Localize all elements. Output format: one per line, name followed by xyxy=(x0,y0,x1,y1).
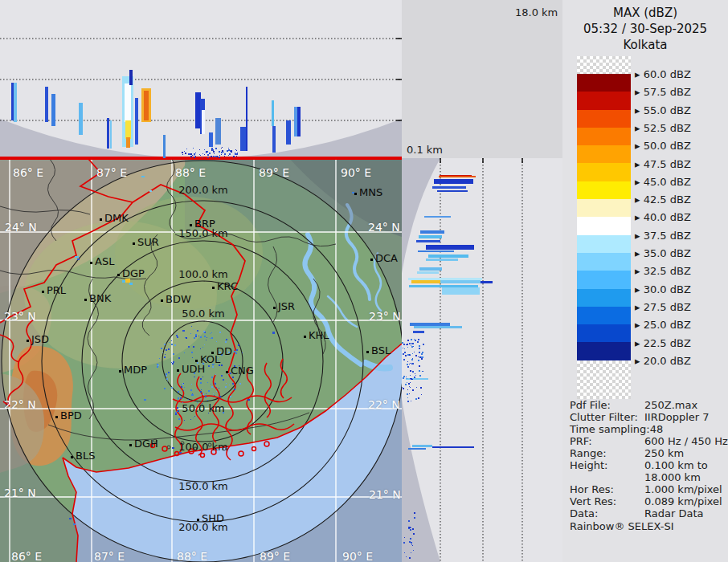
city-label: BPD xyxy=(60,409,82,422)
echo-bar xyxy=(432,186,466,189)
echo-bar xyxy=(416,240,440,242)
latlon-label: 24° N xyxy=(368,221,400,234)
city-label: JSR xyxy=(278,300,295,312)
clutter-speck xyxy=(407,382,407,383)
meta-row-value: 0.089 km/pixel xyxy=(644,495,722,507)
right-height-profile-panel xyxy=(402,158,567,562)
echo-bar xyxy=(418,250,454,252)
clutter-speck xyxy=(411,346,413,348)
range-ring-label: 50.0 km xyxy=(182,402,224,414)
top-profile-echoes xyxy=(0,0,402,158)
range-ring-label: 100.0 km xyxy=(178,268,228,280)
clutter-speck xyxy=(236,153,238,155)
city-label: KRC xyxy=(217,280,238,292)
clutter-speck xyxy=(416,387,417,388)
echo-bar xyxy=(286,120,291,145)
clutter-speck xyxy=(407,340,409,341)
city-label: BLS xyxy=(76,450,95,462)
meta-row-label: Pdf File: xyxy=(570,399,611,411)
clutter-speck xyxy=(411,343,413,344)
radar-map-viewport: 86° E87° E88° E89° E90° E86° E87° E88° E… xyxy=(0,158,402,562)
latlon-label: 24° N xyxy=(5,221,37,234)
echo-bar xyxy=(442,287,480,295)
latlon-label: 23° N xyxy=(369,310,401,323)
software-brand: Rainbow® SELEX-SI xyxy=(570,520,674,532)
latlon-label: 88° E xyxy=(175,166,206,179)
clutter-speck xyxy=(419,375,421,377)
clutter-speck xyxy=(407,401,409,402)
echo-bar xyxy=(125,120,131,139)
latlon-label: 87° E xyxy=(96,166,127,179)
echo-bar xyxy=(426,259,458,261)
clutter-speck xyxy=(409,343,411,344)
echo-bar xyxy=(413,331,424,333)
city-dot xyxy=(366,351,369,353)
clutter-speck xyxy=(186,149,187,149)
clutter-speck xyxy=(222,150,223,152)
clutter-speck xyxy=(213,156,215,157)
clutter-speck xyxy=(219,155,220,156)
clutter-speck xyxy=(195,156,196,157)
city-dot xyxy=(84,299,87,301)
echo-bar xyxy=(412,445,432,447)
city-label: JSD xyxy=(31,333,49,345)
clutter-speck xyxy=(409,393,410,394)
clutter-speck xyxy=(422,352,423,353)
echo-bar xyxy=(417,271,439,274)
meta-row-label: PRF: xyxy=(570,435,592,447)
clutter-speck xyxy=(199,149,200,150)
echo-bar xyxy=(14,83,17,122)
clutter-speck xyxy=(192,155,193,156)
clutter-speck xyxy=(405,384,407,385)
clutter-speck xyxy=(408,383,410,385)
echo-bar xyxy=(437,190,468,192)
clutter-speck xyxy=(214,153,215,154)
echo-bar xyxy=(125,83,131,122)
latlon-label: 23° N xyxy=(4,310,36,323)
echo-bar xyxy=(110,120,112,149)
clutter-speck xyxy=(190,156,192,157)
echo-bar xyxy=(411,280,440,283)
range-ring-label: 50.0 km xyxy=(182,307,224,320)
top-height-profile-panel xyxy=(0,0,402,158)
meta-row-label: Clutter Filter: xyxy=(570,411,638,423)
clutter-speck xyxy=(194,153,195,155)
echo-bar xyxy=(272,126,276,153)
clutter-speck xyxy=(219,151,220,153)
city-label: DGP xyxy=(122,267,145,279)
clutter-speck xyxy=(410,370,411,372)
clutter-speck xyxy=(405,355,407,356)
clutter-speck xyxy=(411,378,412,380)
clutter-speck xyxy=(193,148,194,149)
clutter-speck xyxy=(404,537,405,538)
echo-bar xyxy=(426,245,474,250)
clutter-speck xyxy=(413,346,414,347)
clutter-speck xyxy=(410,354,411,355)
clutter-speck xyxy=(415,375,416,376)
echo-bar xyxy=(51,94,55,126)
echo-bar xyxy=(215,118,221,145)
clutter-speck xyxy=(209,153,211,154)
clutter-speck xyxy=(419,348,420,349)
clutter-speck xyxy=(421,358,423,360)
clutter-speck xyxy=(407,366,409,368)
latlon-label: 89° E xyxy=(259,166,289,179)
clutter-speck xyxy=(415,355,417,356)
clutter-speck xyxy=(403,344,405,345)
range-ring-label: 100.0 km xyxy=(178,441,228,453)
clutter-speck xyxy=(410,375,411,376)
latlon-label: 21° N xyxy=(4,487,36,499)
city-dot xyxy=(90,262,92,264)
city-dot xyxy=(304,336,306,338)
clutter-speck xyxy=(222,147,223,148)
meta-row-value: 600 Hz / 450 Hz xyxy=(644,435,728,447)
right-profile-echoes xyxy=(402,158,567,562)
clutter-speck xyxy=(419,365,420,367)
city-label: MDP xyxy=(124,364,147,376)
city-label: SUR xyxy=(137,236,159,248)
city-dot xyxy=(55,416,58,418)
clutter-speck xyxy=(204,154,205,155)
city-dot xyxy=(27,340,29,342)
city-dot xyxy=(42,291,44,293)
latlon-label: 90° E xyxy=(341,166,371,179)
